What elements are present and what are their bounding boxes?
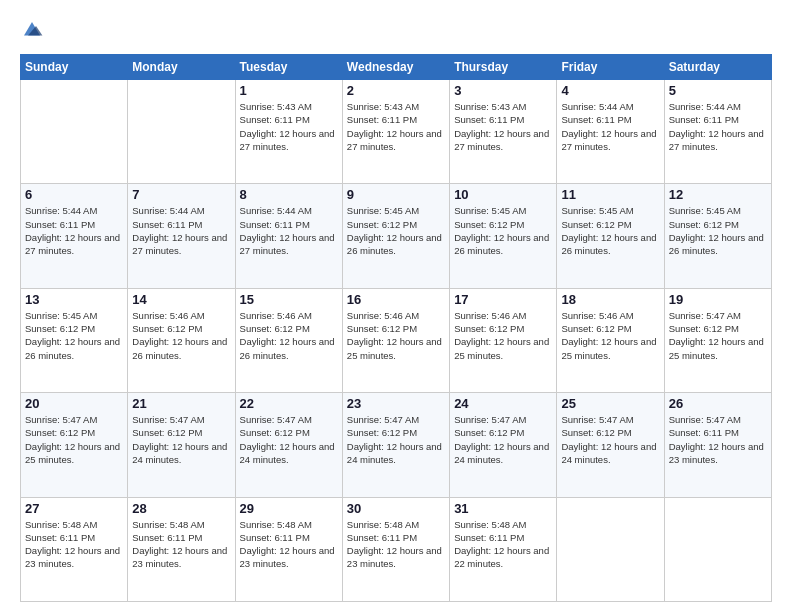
weekday-header-tuesday: Tuesday [235, 55, 342, 80]
day-number: 13 [25, 292, 123, 307]
day-number: 27 [25, 501, 123, 516]
calendar-cell: 19Sunrise: 5:47 AM Sunset: 6:12 PM Dayli… [664, 288, 771, 392]
day-number: 3 [454, 83, 552, 98]
day-info: Sunrise: 5:45 AM Sunset: 6:12 PM Dayligh… [25, 309, 123, 362]
day-info: Sunrise: 5:44 AM Sunset: 6:11 PM Dayligh… [25, 204, 123, 257]
calendar-cell: 26Sunrise: 5:47 AM Sunset: 6:11 PM Dayli… [664, 393, 771, 497]
day-info: Sunrise: 5:44 AM Sunset: 6:11 PM Dayligh… [561, 100, 659, 153]
day-info: Sunrise: 5:48 AM Sunset: 6:11 PM Dayligh… [240, 518, 338, 571]
header [20, 18, 772, 44]
calendar-cell: 28Sunrise: 5:48 AM Sunset: 6:11 PM Dayli… [128, 497, 235, 601]
calendar-cell: 5Sunrise: 5:44 AM Sunset: 6:11 PM Daylig… [664, 80, 771, 184]
day-info: Sunrise: 5:48 AM Sunset: 6:11 PM Dayligh… [25, 518, 123, 571]
day-info: Sunrise: 5:44 AM Sunset: 6:11 PM Dayligh… [132, 204, 230, 257]
day-info: Sunrise: 5:48 AM Sunset: 6:11 PM Dayligh… [132, 518, 230, 571]
weekday-header-monday: Monday [128, 55, 235, 80]
day-info: Sunrise: 5:47 AM Sunset: 6:12 PM Dayligh… [454, 413, 552, 466]
day-number: 20 [25, 396, 123, 411]
day-info: Sunrise: 5:47 AM Sunset: 6:12 PM Dayligh… [347, 413, 445, 466]
day-info: Sunrise: 5:46 AM Sunset: 6:12 PM Dayligh… [240, 309, 338, 362]
day-number: 9 [347, 187, 445, 202]
calendar-cell: 1Sunrise: 5:43 AM Sunset: 6:11 PM Daylig… [235, 80, 342, 184]
day-number: 15 [240, 292, 338, 307]
calendar-week-row: 6Sunrise: 5:44 AM Sunset: 6:11 PM Daylig… [21, 184, 772, 288]
calendar-cell: 7Sunrise: 5:44 AM Sunset: 6:11 PM Daylig… [128, 184, 235, 288]
calendar-cell: 31Sunrise: 5:48 AM Sunset: 6:11 PM Dayli… [450, 497, 557, 601]
weekday-header-friday: Friday [557, 55, 664, 80]
day-number: 16 [347, 292, 445, 307]
calendar-cell: 8Sunrise: 5:44 AM Sunset: 6:11 PM Daylig… [235, 184, 342, 288]
day-number: 19 [669, 292, 767, 307]
day-info: Sunrise: 5:47 AM Sunset: 6:12 PM Dayligh… [132, 413, 230, 466]
calendar-cell: 9Sunrise: 5:45 AM Sunset: 6:12 PM Daylig… [342, 184, 449, 288]
day-number: 18 [561, 292, 659, 307]
calendar-cell: 30Sunrise: 5:48 AM Sunset: 6:11 PM Dayli… [342, 497, 449, 601]
calendar-cell: 16Sunrise: 5:46 AM Sunset: 6:12 PM Dayli… [342, 288, 449, 392]
day-number: 14 [132, 292, 230, 307]
day-number: 7 [132, 187, 230, 202]
day-info: Sunrise: 5:43 AM Sunset: 6:11 PM Dayligh… [347, 100, 445, 153]
day-number: 4 [561, 83, 659, 98]
calendar-cell: 11Sunrise: 5:45 AM Sunset: 6:12 PM Dayli… [557, 184, 664, 288]
calendar-cell [557, 497, 664, 601]
calendar-cell: 22Sunrise: 5:47 AM Sunset: 6:12 PM Dayli… [235, 393, 342, 497]
calendar-cell: 13Sunrise: 5:45 AM Sunset: 6:12 PM Dayli… [21, 288, 128, 392]
day-info: Sunrise: 5:46 AM Sunset: 6:12 PM Dayligh… [132, 309, 230, 362]
day-info: Sunrise: 5:47 AM Sunset: 6:12 PM Dayligh… [669, 309, 767, 362]
day-number: 12 [669, 187, 767, 202]
day-number: 5 [669, 83, 767, 98]
day-number: 17 [454, 292, 552, 307]
day-info: Sunrise: 5:47 AM Sunset: 6:12 PM Dayligh… [240, 413, 338, 466]
calendar-cell: 29Sunrise: 5:48 AM Sunset: 6:11 PM Dayli… [235, 497, 342, 601]
day-info: Sunrise: 5:47 AM Sunset: 6:12 PM Dayligh… [561, 413, 659, 466]
weekday-header-thursday: Thursday [450, 55, 557, 80]
day-number: 6 [25, 187, 123, 202]
day-info: Sunrise: 5:46 AM Sunset: 6:12 PM Dayligh… [347, 309, 445, 362]
calendar-week-row: 20Sunrise: 5:47 AM Sunset: 6:12 PM Dayli… [21, 393, 772, 497]
calendar-cell: 12Sunrise: 5:45 AM Sunset: 6:12 PM Dayli… [664, 184, 771, 288]
day-info: Sunrise: 5:45 AM Sunset: 6:12 PM Dayligh… [347, 204, 445, 257]
calendar-cell: 3Sunrise: 5:43 AM Sunset: 6:11 PM Daylig… [450, 80, 557, 184]
day-number: 30 [347, 501, 445, 516]
day-info: Sunrise: 5:43 AM Sunset: 6:11 PM Dayligh… [454, 100, 552, 153]
weekday-header-wednesday: Wednesday [342, 55, 449, 80]
day-info: Sunrise: 5:48 AM Sunset: 6:11 PM Dayligh… [454, 518, 552, 571]
day-info: Sunrise: 5:47 AM Sunset: 6:12 PM Dayligh… [25, 413, 123, 466]
day-number: 22 [240, 396, 338, 411]
day-info: Sunrise: 5:44 AM Sunset: 6:11 PM Dayligh… [669, 100, 767, 153]
calendar-week-row: 27Sunrise: 5:48 AM Sunset: 6:11 PM Dayli… [21, 497, 772, 601]
day-info: Sunrise: 5:45 AM Sunset: 6:12 PM Dayligh… [669, 204, 767, 257]
weekday-header-sunday: Sunday [21, 55, 128, 80]
calendar-cell: 24Sunrise: 5:47 AM Sunset: 6:12 PM Dayli… [450, 393, 557, 497]
calendar-cell [21, 80, 128, 184]
calendar-cell: 15Sunrise: 5:46 AM Sunset: 6:12 PM Dayli… [235, 288, 342, 392]
day-info: Sunrise: 5:46 AM Sunset: 6:12 PM Dayligh… [454, 309, 552, 362]
calendar-cell: 20Sunrise: 5:47 AM Sunset: 6:12 PM Dayli… [21, 393, 128, 497]
logo-icon [20, 18, 44, 42]
calendar-cell: 4Sunrise: 5:44 AM Sunset: 6:11 PM Daylig… [557, 80, 664, 184]
calendar-cell: 23Sunrise: 5:47 AM Sunset: 6:12 PM Dayli… [342, 393, 449, 497]
logo [20, 18, 48, 44]
weekday-header-row: SundayMondayTuesdayWednesdayThursdayFrid… [21, 55, 772, 80]
calendar-cell [128, 80, 235, 184]
day-number: 21 [132, 396, 230, 411]
day-number: 28 [132, 501, 230, 516]
day-number: 26 [669, 396, 767, 411]
calendar-cell [664, 497, 771, 601]
calendar-cell: 6Sunrise: 5:44 AM Sunset: 6:11 PM Daylig… [21, 184, 128, 288]
calendar-table: SundayMondayTuesdayWednesdayThursdayFrid… [20, 54, 772, 602]
weekday-header-saturday: Saturday [664, 55, 771, 80]
day-info: Sunrise: 5:44 AM Sunset: 6:11 PM Dayligh… [240, 204, 338, 257]
day-info: Sunrise: 5:45 AM Sunset: 6:12 PM Dayligh… [561, 204, 659, 257]
calendar-cell: 18Sunrise: 5:46 AM Sunset: 6:12 PM Dayli… [557, 288, 664, 392]
day-number: 2 [347, 83, 445, 98]
day-info: Sunrise: 5:47 AM Sunset: 6:11 PM Dayligh… [669, 413, 767, 466]
day-number: 31 [454, 501, 552, 516]
calendar-cell: 27Sunrise: 5:48 AM Sunset: 6:11 PM Dayli… [21, 497, 128, 601]
day-number: 24 [454, 396, 552, 411]
day-info: Sunrise: 5:45 AM Sunset: 6:12 PM Dayligh… [454, 204, 552, 257]
calendar-cell: 25Sunrise: 5:47 AM Sunset: 6:12 PM Dayli… [557, 393, 664, 497]
calendar-week-row: 13Sunrise: 5:45 AM Sunset: 6:12 PM Dayli… [21, 288, 772, 392]
day-number: 1 [240, 83, 338, 98]
day-info: Sunrise: 5:48 AM Sunset: 6:11 PM Dayligh… [347, 518, 445, 571]
